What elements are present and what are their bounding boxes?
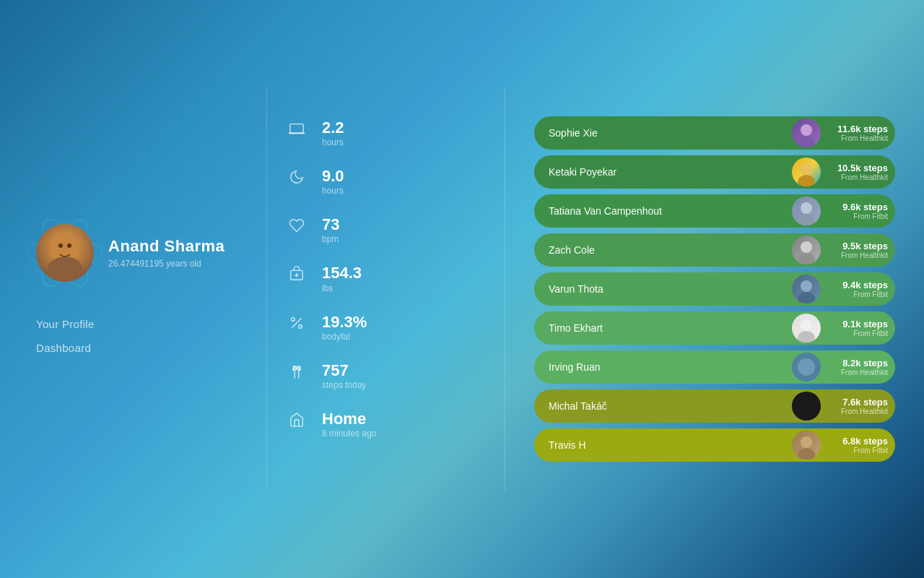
stat-active-hours: 2.2 hours <box>289 119 484 147</box>
leader-name: Zach Cole <box>534 244 790 256</box>
steps-source: From Healthkit <box>830 173 888 181</box>
profile-name: Anand Sharma <box>108 237 225 256</box>
leader-steps: 9.1k steps From Fitbit <box>823 319 895 337</box>
leader-avatar <box>792 353 821 381</box>
leader-name: Tatiana Van Campenhout <box>534 205 790 217</box>
leader-row[interactable]: Timo Ekhart 9.1k steps From Fitbit <box>534 311 895 345</box>
steps-source: From Healthkit <box>830 407 888 415</box>
heart-rate-label: bpm <box>322 234 339 244</box>
bodyfat-value: 19.3% <box>322 314 367 331</box>
leader-avatar <box>792 236 821 264</box>
leader-steps: 10.5k steps From Healthkit <box>823 163 895 181</box>
leader-avatar <box>792 431 821 460</box>
right-panel: Sophie Xie 11.6k steps From Healthkit Ke… <box>505 0 924 578</box>
heart-icon <box>289 217 310 237</box>
leader-avatar <box>792 197 821 225</box>
leaderboard: Sophie Xie 11.6k steps From Healthkit Ke… <box>534 116 895 462</box>
steps-value: 9.1k steps <box>830 319 888 329</box>
stat-bodyfat: 19.3% bodyfat <box>289 314 484 342</box>
leader-steps: 9.5k steps From Healthkit <box>823 241 895 259</box>
scale-icon <box>289 266 310 285</box>
location-content: Home 8 minutes ago <box>322 410 376 439</box>
leader-row[interactable]: Ketaki Poyekar 10.5k steps From Healthki… <box>534 155 895 189</box>
leader-name: Timo Ekhart <box>534 322 790 334</box>
steps-source: From Fitbit <box>830 447 888 454</box>
svg-point-20 <box>798 253 815 264</box>
left-panel: Anand Sharma 26.474491195 years old Your… <box>0 0 267 578</box>
avatar-wrapper <box>36 224 94 282</box>
leader-steps: 8.2k steps From Healthkit <box>823 358 895 376</box>
steps-source: From Healthkit <box>830 368 888 376</box>
svg-point-24 <box>798 331 815 342</box>
svg-point-19 <box>801 241 812 253</box>
steps-value: 7.6k steps <box>830 397 888 407</box>
home-icon <box>289 412 310 431</box>
bodyfat-label: bodyfat <box>322 332 367 342</box>
active-hours-content: 2.2 hours <box>322 119 344 147</box>
steps-value: 9.6k steps <box>830 202 888 212</box>
nav-links: Your Profile Dashboard <box>36 318 245 354</box>
steps-source: From Healthkit <box>830 134 888 142</box>
steps-label: steps today <box>322 380 366 390</box>
leader-name: Irving Ruan <box>534 361 790 373</box>
leader-row[interactable]: Michal Takáč 7.6k steps From Healthkit <box>534 389 895 423</box>
main-container: Anand Sharma 26.474491195 years old Your… <box>0 0 924 578</box>
leader-steps: 7.6k steps From Healthkit <box>823 397 895 415</box>
stat-sleep: 9.0 hours <box>289 168 484 196</box>
sleep-label: hours <box>322 186 344 196</box>
svg-point-10 <box>299 324 302 328</box>
svg-point-16 <box>798 175 815 186</box>
stat-heart-rate: 73 bpm <box>289 216 484 244</box>
svg-point-15 <box>801 163 812 175</box>
weight-label: lbs <box>322 283 362 293</box>
svg-point-21 <box>801 280 812 292</box>
leader-name: Ketaki Poyekar <box>534 166 790 178</box>
svg-line-8 <box>292 318 302 327</box>
svg-point-9 <box>292 317 295 321</box>
steps-value: 6.8k steps <box>830 436 888 447</box>
sleep-content: 9.0 hours <box>322 168 344 196</box>
weight-content: 154.3 lbs <box>322 264 362 293</box>
leader-row[interactable]: Varun Thota 9.4k steps From Fitbit <box>534 272 895 306</box>
svg-point-26 <box>798 358 815 376</box>
leader-name: Varun Thota <box>534 283 790 295</box>
avatar <box>36 224 94 282</box>
leader-row[interactable]: Sophie Xie 11.6k steps From Healthkit <box>534 116 895 150</box>
nav-your-profile[interactable]: Your Profile <box>36 318 245 330</box>
laptop-icon <box>289 121 310 140</box>
location-value: Home <box>322 410 376 428</box>
leader-name: Michal Takáč <box>534 400 790 412</box>
location-label: 8 minutes ago <box>322 428 376 439</box>
leader-name: Sophie Xie <box>534 127 790 139</box>
svg-rect-4 <box>290 124 303 133</box>
profile-info: Anand Sharma 26.474491195 years old <box>108 237 225 269</box>
steps-source: From Fitbit <box>830 212 888 220</box>
leader-row[interactable]: Travis H 6.8k steps From Fitbit <box>534 428 895 462</box>
avatar-face <box>36 224 94 282</box>
active-hours-value: 2.2 <box>322 119 344 137</box>
svg-point-1 <box>47 256 83 282</box>
leader-row[interactable]: Irving Ruan 8.2k steps From Healthkit <box>534 350 895 384</box>
svg-point-18 <box>798 214 815 225</box>
leader-avatar <box>792 118 821 147</box>
svg-point-28 <box>801 436 812 448</box>
steps-value: 8.2k steps <box>830 358 888 368</box>
leader-row[interactable]: Zach Cole 9.5k steps From Healthkit <box>534 233 895 267</box>
profile-section: Anand Sharma 26.474491195 years old <box>36 224 245 282</box>
leader-avatar <box>792 275 821 303</box>
leader-name: Travis H <box>534 439 790 451</box>
svg-point-23 <box>801 319 812 331</box>
leader-steps: 9.4k steps From Fitbit <box>823 280 895 298</box>
leader-steps: 6.8k steps From Fitbit <box>823 436 895 454</box>
steps-source: From Fitbit <box>830 329 888 337</box>
svg-point-3 <box>67 243 71 248</box>
svg-point-13 <box>801 124 812 136</box>
leader-row[interactable]: Tatiana Van Campenhout 9.6k steps From F… <box>534 194 895 228</box>
svg-point-12 <box>297 366 300 370</box>
nav-dashboard[interactable]: Dashboard <box>36 342 245 354</box>
svg-point-11 <box>293 366 297 370</box>
steps-value: 9.5k steps <box>830 241 888 251</box>
steps-value: 9.4k steps <box>830 280 888 290</box>
steps-value: 11.6k steps <box>830 124 888 134</box>
svg-point-29 <box>798 448 815 460</box>
